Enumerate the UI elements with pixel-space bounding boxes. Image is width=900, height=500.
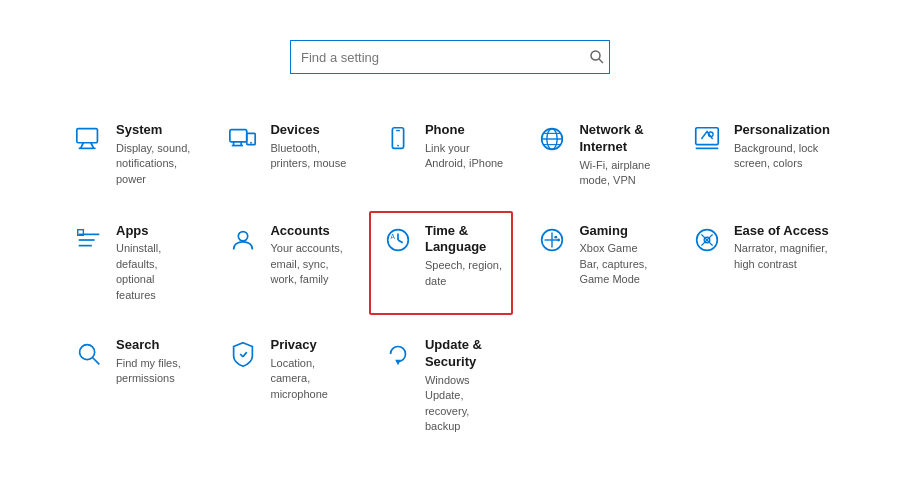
update-text: Update & Security Windows Update, recove… [425, 337, 503, 434]
ease-text: Ease of Access Narrator, magnifier, high… [734, 223, 830, 273]
phone-subtitle: Link your Android, iPhone [425, 141, 503, 172]
search-icon [70, 339, 108, 369]
svg-rect-6 [230, 130, 247, 142]
apps-icon [70, 225, 108, 255]
accounts-icon [224, 225, 262, 255]
svg-point-36 [558, 238, 561, 241]
gaming-subtitle: Xbox Game Bar, captures, Game Mode [579, 241, 657, 287]
search-input[interactable] [290, 40, 610, 74]
time-icon: A [379, 225, 417, 255]
setting-item-time[interactable]: A Time & Language Speech, region, date [369, 211, 513, 315]
search-icon [590, 50, 604, 64]
network-title: Network & Internet [579, 122, 657, 156]
time-subtitle: Speech, region, date [425, 258, 503, 289]
system-icon [70, 124, 108, 154]
setting-item-gaming[interactable]: Gaming Xbox Game Bar, captures, Game Mod… [523, 211, 667, 315]
time-title: Time & Language [425, 223, 503, 257]
personalization-icon [688, 124, 726, 154]
personalization-subtitle: Background, lock screen, colors [734, 141, 830, 172]
settings-grid: System Display, sound, notifications, po… [60, 110, 840, 446]
system-text: System Display, sound, notifications, po… [116, 122, 194, 187]
devices-icon [224, 124, 262, 154]
privacy-title: Privacy [270, 337, 348, 354]
apps-subtitle: Uninstall, defaults, optional features [116, 241, 194, 303]
ease-subtitle: Narrator, magnifier, high contrast [734, 241, 830, 272]
accounts-subtitle: Your accounts, email, sync, work, family [270, 241, 348, 287]
search-container [290, 40, 610, 74]
accounts-title: Accounts [270, 223, 348, 240]
apps-title: Apps [116, 223, 194, 240]
network-icon [533, 124, 571, 154]
svg-text:A: A [390, 233, 395, 240]
svg-point-22 [708, 132, 713, 137]
svg-point-14 [397, 145, 399, 147]
ease-icon [688, 225, 726, 255]
setting-item-update[interactable]: Update & Security Windows Update, recove… [369, 325, 513, 446]
update-icon [379, 339, 417, 369]
svg-line-44 [243, 352, 247, 357]
devices-title: Devices [270, 122, 348, 139]
svg-rect-2 [77, 129, 98, 143]
setting-item-privacy[interactable]: Privacy Location, camera, microphone [214, 325, 358, 446]
setting-item-personalization[interactable]: Personalization Background, lock screen,… [678, 110, 840, 201]
svg-point-41 [80, 345, 95, 360]
update-subtitle: Windows Update, recovery, backup [425, 373, 503, 435]
search-button[interactable] [590, 50, 604, 64]
gaming-text: Gaming Xbox Game Bar, captures, Game Mod… [579, 223, 657, 288]
system-subtitle: Display, sound, notifications, power [116, 141, 194, 187]
svg-line-30 [398, 240, 403, 243]
svg-line-1 [599, 59, 603, 63]
search-subtitle: Find my files, permissions [116, 356, 194, 387]
privacy-subtitle: Location, camera, microphone [270, 356, 348, 402]
svg-point-27 [239, 231, 248, 240]
devices-text: Devices Bluetooth, printers, mouse [270, 122, 348, 172]
setting-item-search[interactable]: Search Find my files, permissions [60, 325, 204, 446]
settings-page: System Display, sound, notifications, po… [0, 0, 900, 500]
system-title: System [116, 122, 194, 139]
network-subtitle: Wi-Fi, airplane mode, VPN [579, 158, 657, 189]
gaming-title: Gaming [579, 223, 657, 240]
network-text: Network & Internet Wi-Fi, airplane mode,… [579, 122, 657, 189]
search-text: Search Find my files, permissions [116, 337, 194, 387]
gaming-icon [533, 225, 571, 255]
phone-text: Phone Link your Android, iPhone [425, 122, 503, 172]
personalization-text: Personalization Background, lock screen,… [734, 122, 830, 172]
svg-point-35 [555, 235, 558, 238]
accounts-text: Accounts Your accounts, email, sync, wor… [270, 223, 348, 288]
setting-item-accounts[interactable]: Accounts Your accounts, email, sync, wor… [214, 211, 358, 315]
setting-item-devices[interactable]: Devices Bluetooth, printers, mouse [214, 110, 358, 201]
svg-point-8 [251, 142, 253, 144]
time-text: Time & Language Speech, region, date [425, 223, 503, 290]
search-title: Search [116, 337, 194, 354]
setting-item-apps[interactable]: Apps Uninstall, defaults, optional featu… [60, 211, 204, 315]
setting-item-phone[interactable]: Phone Link your Android, iPhone [369, 110, 513, 201]
personalization-title: Personalization [734, 122, 830, 139]
privacy-text: Privacy Location, camera, microphone [270, 337, 348, 402]
update-title: Update & Security [425, 337, 503, 371]
phone-icon [379, 124, 417, 154]
setting-item-ease[interactable]: Ease of Access Narrator, magnifier, high… [678, 211, 840, 315]
apps-text: Apps Uninstall, defaults, optional featu… [116, 223, 194, 303]
devices-subtitle: Bluetooth, printers, mouse [270, 141, 348, 172]
svg-marker-45 [395, 360, 401, 366]
setting-item-network[interactable]: Network & Internet Wi-Fi, airplane mode,… [523, 110, 667, 201]
svg-rect-20 [696, 128, 719, 145]
svg-line-42 [93, 358, 100, 365]
phone-title: Phone [425, 122, 503, 139]
setting-item-system[interactable]: System Display, sound, notifications, po… [60, 110, 204, 201]
svg-point-0 [591, 51, 600, 60]
ease-title: Ease of Access [734, 223, 830, 240]
privacy-icon [224, 339, 262, 369]
